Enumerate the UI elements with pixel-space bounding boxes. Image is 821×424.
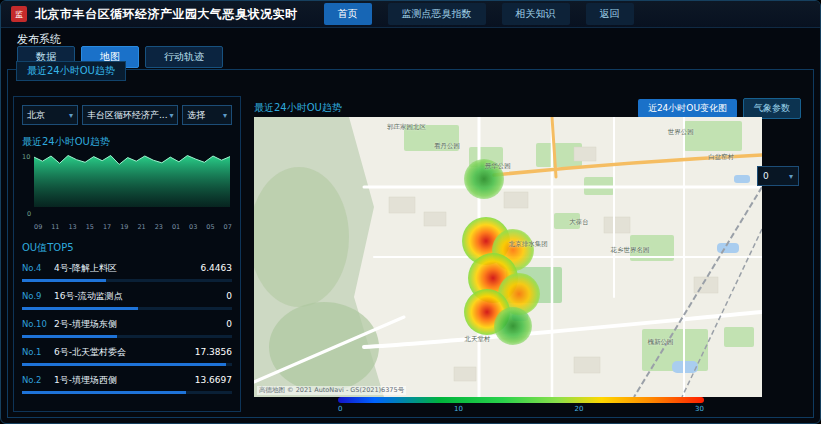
- site-name: 2号-填埋场东侧: [54, 318, 222, 331]
- nav-home[interactable]: 首页: [324, 3, 372, 25]
- city-select-value: 北京: [27, 109, 45, 122]
- nav-odor-index[interactable]: 监测点恶臭指数: [388, 3, 486, 25]
- ou-top5-title: OU值TOP5: [22, 241, 232, 255]
- rank-bar: [22, 335, 117, 338]
- chevron-down-icon: ▾: [223, 111, 227, 120]
- panel-corner-title: 最近24小时OU趋势: [16, 61, 126, 81]
- top5-row[interactable]: No.9 16号-流动监测点 0: [22, 290, 232, 310]
- trend-chart-title: 最近24小时OU趋势: [22, 135, 232, 149]
- rank-bar-track: [22, 363, 232, 366]
- map-place-label: 槐新公园: [647, 338, 673, 347]
- map-place-label: 看丹公园: [434, 142, 460, 151]
- map-place-label: 北天堂村: [465, 335, 491, 344]
- subtab-track[interactable]: 行动轨迹: [145, 46, 223, 68]
- map-place-label: 大葆台: [569, 218, 589, 227]
- x-axis-tick: 17: [103, 223, 111, 231]
- rank-bar: [22, 391, 186, 394]
- ou-value: 0: [226, 319, 232, 329]
- x-axis-tick: 03: [189, 223, 197, 231]
- chevron-down-icon: ▾: [69, 111, 73, 120]
- district-select-value: 丰台区循环经济产...: [87, 109, 168, 122]
- top5-row[interactable]: No.2 1号-填埋场西侧 13.6697: [22, 374, 232, 394]
- chevron-down-icon: ▾: [789, 172, 793, 181]
- map-place-label: 景华公园: [485, 162, 511, 171]
- map[interactable]: 郭庄家园北区看丹公园景华公园世界公园白盆窑村大葆台北京排水集团花乡世界名园北天堂…: [254, 117, 762, 397]
- color-gradient-bar: [338, 397, 704, 403]
- top5-row[interactable]: No.10 2号-填埋场东侧 0: [22, 318, 232, 338]
- rank-bar: [22, 307, 138, 310]
- map-attribution: 高德地图 © 2021 AutoNavi - GS(2021)6375号: [257, 386, 406, 395]
- site-select-value: 选择: [187, 109, 205, 122]
- rank-label: No.10: [22, 319, 54, 329]
- logo-glyph: 监: [15, 9, 23, 20]
- main-nav: 首页 监测点恶臭指数 相关知识 返回: [324, 3, 634, 25]
- ou-value: 13.6697: [195, 375, 232, 385]
- top5-row[interactable]: No.1 6号-北天堂村委会 17.3856: [22, 346, 232, 366]
- x-axis-tick: 07: [224, 223, 232, 231]
- map-place-label: 花乡世界名园: [610, 246, 649, 255]
- site-name: 1号-填埋场西侧: [54, 374, 191, 387]
- app-logo: 监: [11, 6, 27, 22]
- rank-bar-track: [22, 307, 232, 310]
- map-place-label: 世界公园: [668, 128, 694, 137]
- x-axis-tick: 01: [172, 223, 180, 231]
- site-name: 6号-北天堂村委会: [54, 346, 191, 359]
- map-header-row: 最近24小时OU趋势 近24小时OU变化图 气象参数: [254, 98, 801, 118]
- nav-knowledge[interactable]: 相关知识: [502, 3, 570, 25]
- district-select[interactable]: 丰台区循环经济产... ▾: [82, 105, 178, 125]
- x-axis-tick: 15: [86, 223, 94, 231]
- x-axis-tick: 19: [120, 223, 128, 231]
- map-layer-select[interactable]: 0 ▾: [757, 166, 799, 186]
- rank-bar-track: [22, 279, 232, 282]
- ou-color-scale: 0102030: [338, 397, 704, 413]
- rank-label: No.1: [22, 347, 54, 357]
- map-section-title: 最近24小时OU趋势: [254, 101, 638, 115]
- rank-bar-track: [22, 335, 232, 338]
- heatmap-blob: [494, 307, 532, 345]
- left-sidebar: 北京 ▾ 丰台区循环经济产... ▾ 选择 ▾ 最近24小时OU趋势 10 0: [13, 96, 241, 412]
- trend-area-svg: [34, 155, 230, 207]
- site-name: 16号-流动监测点: [54, 290, 222, 303]
- legend-tick-row: 0102030: [338, 405, 704, 413]
- publish-system-label: 发布系统: [17, 32, 61, 47]
- ou-trend-chart: 10 0 091113151719212301030507: [22, 153, 232, 231]
- filter-row: 北京 ▾ 丰台区循环经济产... ▾ 选择 ▾: [22, 105, 232, 125]
- rank-label: No.9: [22, 291, 54, 301]
- top-header: 监 北京市丰台区循环经济产业园大气恶臭状况实时 首页 监测点恶臭指数 相关知识 …: [1, 1, 820, 28]
- rank-bar-track: [22, 391, 232, 394]
- chevron-down-icon: ▾: [170, 111, 174, 120]
- main-panel: 最近24小时OU趋势 北京 ▾ 丰台区循环经济产... ▾ 选择 ▾ 最近24小…: [7, 69, 814, 418]
- rank-label: No.4: [22, 263, 54, 273]
- app-window: 监 北京市丰台区循环经济产业园大气恶臭状况实时 首页 监测点恶臭指数 相关知识 …: [0, 0, 821, 424]
- x-axis-tick: 13: [68, 223, 76, 231]
- city-select[interactable]: 北京 ▾: [22, 105, 78, 125]
- ou-change-chart-button[interactable]: 近24小时OU变化图: [638, 99, 737, 118]
- rank-bar: [22, 279, 106, 282]
- legend-tick: 30: [695, 405, 704, 413]
- x-axis-tick: 11: [51, 223, 59, 231]
- legend-tick: 10: [454, 405, 463, 413]
- x-axis-tick: 05: [206, 223, 214, 231]
- rank-bar: [22, 363, 226, 366]
- ou-value: 6.4463: [201, 263, 233, 273]
- legend-tick: 20: [575, 405, 584, 413]
- map-layer-select-value: 0: [763, 171, 769, 181]
- x-axis-tick: 23: [155, 223, 163, 231]
- site-select[interactable]: 选择 ▾: [182, 105, 232, 125]
- x-axis-ticks: 091113151719212301030507: [34, 223, 232, 231]
- weather-params-button[interactable]: 气象参数: [743, 98, 801, 119]
- rank-label: No.2: [22, 375, 54, 385]
- map-place-label: 北京排水集团: [509, 240, 548, 249]
- x-axis-tick: 21: [137, 223, 145, 231]
- ou-value: 17.3856: [195, 347, 232, 357]
- site-name: 4号-降解上料区: [54, 262, 197, 275]
- map-place-label: 白盆窑村: [708, 153, 734, 162]
- app-title: 北京市丰台区循环经济产业园大气恶臭状况实时: [35, 6, 298, 23]
- top5-row[interactable]: No.4 4号-降解上料区 6.4463: [22, 262, 232, 282]
- y-axis-tick: 10: [22, 153, 30, 161]
- nav-back[interactable]: 返回: [586, 3, 634, 25]
- y-axis-tick: 0: [27, 210, 31, 218]
- x-axis-tick: 09: [34, 223, 42, 231]
- legend-tick: 0: [338, 405, 342, 413]
- ou-value: 0: [226, 291, 232, 301]
